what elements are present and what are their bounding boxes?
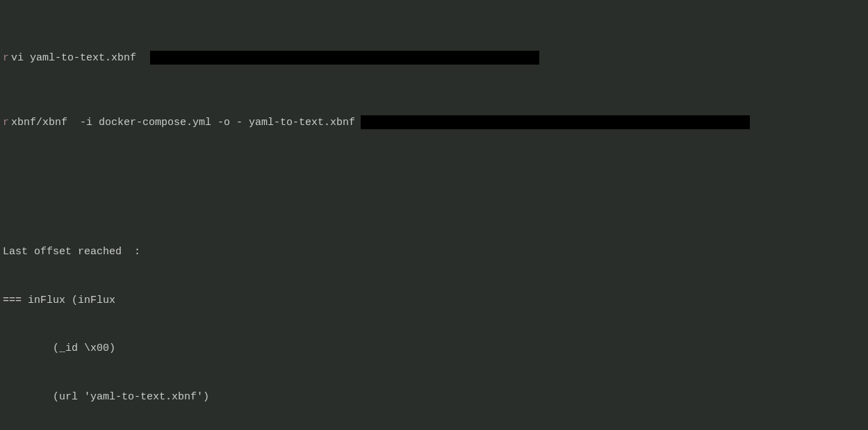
output-line: === inFlux (inFlux [3, 292, 865, 308]
redacted-region [150, 51, 539, 65]
command-line-2[interactable]: r xbnf/xbnf -i docker-compose.yml -o - y… [3, 115, 865, 131]
prompt-char: r [3, 50, 9, 66]
prompt-char: r [3, 115, 9, 131]
blank-line [3, 179, 865, 195]
output-line: (url 'yaml-to-text.xbnf') [3, 389, 865, 405]
redacted-region [361, 115, 750, 129]
terminal-output: r vi yaml-to-text.xbnf r xbnf/xbnf -i do… [0, 0, 868, 430]
output-line: (_id \x00) [3, 340, 865, 356]
command-text: vi yaml-to-text.xbnf [11, 50, 136, 66]
command-line-1[interactable]: r vi yaml-to-text.xbnf [3, 50, 865, 66]
command-text: xbnf/xbnf -i docker-compose.yml -o - yam… [11, 115, 355, 131]
output-line: Last offset reached : [3, 244, 865, 260]
